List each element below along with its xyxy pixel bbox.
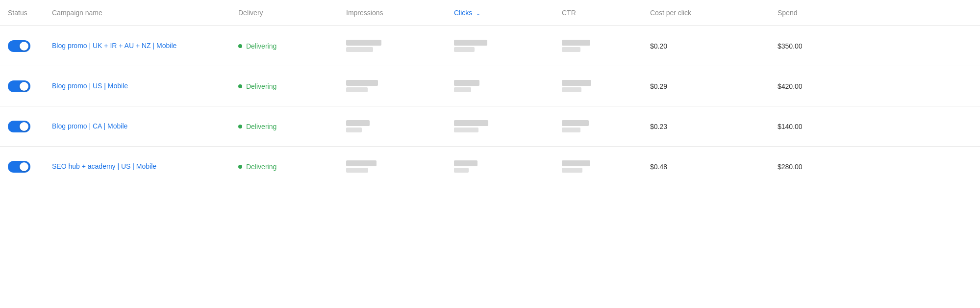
impressions-blurred: [346, 160, 438, 173]
toggle-track: [8, 121, 30, 132]
clicks-blurred: [454, 120, 546, 132]
sort-chevron-icon: ⌄: [476, 10, 480, 17]
delivery-cell: Delivering: [230, 106, 338, 147]
delivery-dot-icon: [238, 84, 242, 88]
campaign-name-cell[interactable]: Blog promo | UK + IR + AU + NZ | Mobile: [44, 26, 230, 66]
cpc-cell: $0.23: [642, 106, 770, 147]
col-header-spend: Spend: [770, 0, 980, 26]
ctr-cell: [554, 66, 642, 106]
clicks-cell: [446, 66, 554, 106]
status-toggle[interactable]: [8, 161, 30, 173]
toggle-track: [8, 161, 30, 173]
blur-bar: [562, 168, 582, 173]
campaign-name-cell[interactable]: Blog promo | US | Mobile: [44, 66, 230, 106]
ctr-cell: [554, 26, 642, 66]
blur-bar: [562, 128, 580, 132]
col-header-status: Status: [0, 0, 44, 26]
ctr-blurred: [562, 160, 634, 173]
ctr-blurred: [562, 40, 634, 52]
status-toggle[interactable]: [8, 80, 30, 92]
delivery-cell: Delivering: [230, 26, 338, 66]
toggle-track: [8, 80, 30, 92]
delivery-status-text: Delivering: [246, 123, 276, 130]
blur-bar: [346, 120, 370, 126]
ctr-cell: [554, 106, 642, 147]
blur-bar: [346, 168, 368, 173]
delivery-cell: Delivering: [230, 147, 338, 187]
clicks-blurred: [454, 80, 546, 92]
status-toggle[interactable]: [8, 40, 30, 52]
delivery-cell: Delivering: [230, 66, 338, 106]
blur-bar: [346, 80, 378, 86]
blur-bar: [562, 120, 589, 126]
status-cell: [0, 66, 44, 106]
blur-bar: [454, 168, 469, 173]
table-row: Blog promo | US | MobileDelivering $0.29…: [0, 66, 980, 106]
campaigns-table: Status Campaign name Delivery Impression…: [0, 0, 980, 186]
impressions-cell: [338, 147, 446, 187]
ctr-cell: [554, 147, 642, 187]
blur-bar: [562, 160, 590, 166]
col-header-clicks[interactable]: Clicks ⌄: [446, 0, 554, 26]
impressions-blurred: [346, 80, 438, 92]
status-toggle[interactable]: [8, 121, 30, 132]
status-cell: [0, 106, 44, 147]
col-header-delivery: Delivery: [230, 0, 338, 26]
toggle-track: [8, 40, 30, 52]
table-row: SEO hub + academy | US | MobileDeliverin…: [0, 147, 980, 187]
col-header-cpc: Cost per click: [642, 0, 770, 26]
blur-bar: [454, 160, 477, 166]
clicks-cell: [446, 147, 554, 187]
spend-cell: $420.00: [770, 66, 980, 106]
delivery-status-text: Delivering: [246, 163, 276, 171]
clicks-cell: [446, 106, 554, 147]
status-cell: [0, 147, 44, 187]
toggle-thumb: [20, 162, 28, 171]
table-row: Blog promo | CA | MobileDelivering $0.23…: [0, 106, 980, 147]
clicks-blurred: [454, 40, 546, 52]
toggle-thumb: [20, 122, 28, 131]
blur-bar: [562, 80, 591, 86]
blur-bar: [346, 128, 362, 132]
impressions-cell: [338, 106, 446, 147]
blur-bar: [454, 47, 475, 52]
col-header-impressions: Impressions: [338, 0, 446, 26]
toggle-thumb: [20, 42, 28, 51]
blur-bar: [346, 40, 381, 46]
blur-bar: [454, 128, 478, 132]
cpc-cell: $0.20: [642, 26, 770, 66]
table-header-row: Status Campaign name Delivery Impression…: [0, 0, 980, 26]
table-row: Blog promo | UK + IR + AU + NZ | MobileD…: [0, 26, 980, 66]
delivery-status-text: Delivering: [246, 42, 276, 50]
blur-bar: [346, 160, 377, 166]
impressions-cell: [338, 66, 446, 106]
spend-cell: $140.00: [770, 106, 980, 147]
impressions-blurred: [346, 120, 438, 132]
delivery-dot-icon: [238, 165, 242, 169]
spend-cell: $350.00: [770, 26, 980, 66]
col-header-campaign: Campaign name: [44, 0, 230, 26]
status-cell: [0, 26, 44, 66]
col-header-ctr: CTR: [554, 0, 642, 26]
campaign-name-cell[interactable]: SEO hub + academy | US | Mobile: [44, 147, 230, 187]
campaign-name-cell[interactable]: Blog promo | CA | Mobile: [44, 106, 230, 147]
blur-bar: [562, 47, 580, 52]
delivery-status-text: Delivering: [246, 82, 276, 90]
blur-bar: [454, 120, 488, 126]
blur-bar: [454, 40, 487, 46]
clicks-blurred: [454, 160, 546, 173]
ctr-blurred: [562, 120, 634, 132]
blur-bar: [562, 87, 581, 92]
impressions-blurred: [346, 40, 438, 52]
blur-bar: [346, 87, 368, 92]
blur-bar: [562, 40, 590, 46]
impressions-cell: [338, 26, 446, 66]
toggle-thumb: [20, 82, 28, 91]
ctr-blurred: [562, 80, 634, 92]
delivery-dot-icon: [238, 125, 242, 128]
cpc-cell: $0.48: [642, 147, 770, 187]
blur-bar: [454, 87, 471, 92]
delivery-dot-icon: [238, 44, 242, 48]
cpc-cell: $0.29: [642, 66, 770, 106]
clicks-cell: [446, 26, 554, 66]
